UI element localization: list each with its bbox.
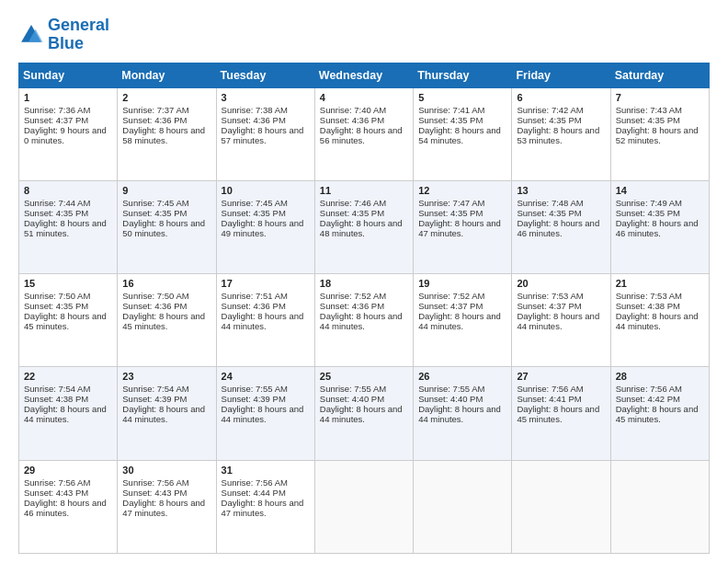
- day-number: 29: [24, 465, 112, 476]
- sunrise-label: Sunrise: 7:45 AM: [122, 198, 188, 208]
- daylight-label: Daylight: 8 hours and 44 minutes.: [122, 404, 205, 424]
- sunrise-label: Sunrise: 7:56 AM: [24, 477, 90, 488]
- calendar-body: 1 Sunrise: 7:36 AM Sunset: 4:37 PM Dayli…: [19, 87, 710, 553]
- sunset-label: Sunset: 4:35 PM: [222, 208, 286, 218]
- daylight-label: Daylight: 8 hours and 47 minutes.: [222, 498, 304, 518]
- calendar-cell: 19 Sunrise: 7:52 AM Sunset: 4:37 PM Dayl…: [414, 274, 512, 367]
- sunrise-label: Sunrise: 7:42 AM: [517, 105, 583, 115]
- sunset-label: Sunset: 4:35 PM: [418, 208, 483, 218]
- sunrise-label: Sunrise: 7:38 AM: [222, 105, 288, 115]
- day-number: 31: [222, 465, 310, 476]
- calendar-cell: 14 Sunrise: 7:49 AM Sunset: 4:35 PM Dayl…: [610, 180, 709, 273]
- sunrise-label: Sunrise: 7:51 AM: [222, 291, 288, 301]
- calendar-week-4: 22 Sunrise: 7:54 AM Sunset: 4:38 PM Dayl…: [19, 367, 710, 460]
- calendar-cell: 18 Sunrise: 7:52 AM Sunset: 4:36 PM Dayl…: [314, 274, 413, 367]
- page: General Blue Sunday Monday Tuesday Wedne…: [0, 0, 728, 563]
- daylight-label: Daylight: 8 hours and 46 minutes.: [24, 498, 107, 518]
- calendar-cell: 21 Sunrise: 7:53 AM Sunset: 4:38 PM Dayl…: [610, 274, 709, 367]
- sunset-label: Sunset: 4:40 PM: [418, 394, 483, 404]
- daylight-label: Daylight: 8 hours and 57 minutes.: [222, 125, 304, 145]
- day-number: 15: [24, 278, 112, 289]
- logo: General Blue: [18, 17, 109, 53]
- daylight-label: Daylight: 8 hours and 44 minutes.: [517, 311, 599, 331]
- col-wednesday: Wednesday: [314, 63, 413, 87]
- day-number: 5: [418, 92, 506, 103]
- sunrise-label: Sunrise: 7:54 AM: [122, 384, 188, 394]
- day-number: 1: [24, 92, 112, 103]
- sunset-label: Sunset: 4:35 PM: [418, 115, 483, 125]
- daylight-label: Daylight: 8 hours and 44 minutes.: [320, 404, 403, 424]
- calendar-cell: 29 Sunrise: 7:56 AM Sunset: 4:43 PM Dayl…: [19, 460, 118, 553]
- calendar-table: Sunday Monday Tuesday Wednesday Thursday…: [18, 63, 710, 554]
- sunset-label: Sunset: 4:35 PM: [320, 208, 384, 218]
- sunset-label: Sunset: 4:42 PM: [616, 394, 680, 404]
- daylight-label: Daylight: 8 hours and 44 minutes.: [222, 311, 304, 331]
- calendar-cell: 2 Sunrise: 7:37 AM Sunset: 4:36 PM Dayli…: [118, 87, 216, 180]
- sunrise-label: Sunrise: 7:55 AM: [418, 384, 484, 394]
- calendar-cell: 15 Sunrise: 7:50 AM Sunset: 4:35 PM Dayl…: [19, 274, 118, 367]
- daylight-label: Daylight: 8 hours and 44 minutes.: [222, 404, 304, 424]
- day-number: 25: [320, 371, 408, 382]
- daylight-label: Daylight: 8 hours and 52 minutes.: [616, 125, 699, 145]
- day-number: 17: [222, 278, 310, 289]
- calendar-week-1: 1 Sunrise: 7:36 AM Sunset: 4:37 PM Dayli…: [19, 87, 710, 180]
- sunset-label: Sunset: 4:40 PM: [320, 394, 384, 404]
- sunset-label: Sunset: 4:39 PM: [222, 394, 286, 404]
- calendar-cell: 26 Sunrise: 7:55 AM Sunset: 4:40 PM Dayl…: [414, 367, 512, 460]
- daylight-label: Daylight: 9 hours and 0 minutes.: [24, 125, 107, 145]
- logo-icon: [18, 22, 44, 48]
- daylight-label: Daylight: 8 hours and 53 minutes.: [517, 125, 599, 145]
- day-number: 4: [320, 92, 408, 103]
- sunset-label: Sunset: 4:41 PM: [517, 394, 581, 404]
- sunrise-label: Sunrise: 7:53 AM: [616, 291, 682, 301]
- sunset-label: Sunset: 4:38 PM: [616, 301, 680, 311]
- calendar-cell: 11 Sunrise: 7:46 AM Sunset: 4:35 PM Dayl…: [314, 180, 413, 273]
- sunrise-label: Sunrise: 7:37 AM: [122, 105, 188, 115]
- calendar-cell: 9 Sunrise: 7:45 AM Sunset: 4:35 PM Dayli…: [118, 180, 216, 273]
- sunset-label: Sunset: 4:35 PM: [517, 208, 581, 218]
- calendar-cell: 24 Sunrise: 7:55 AM Sunset: 4:39 PM Dayl…: [216, 367, 314, 460]
- sunset-label: Sunset: 4:35 PM: [616, 208, 680, 218]
- calendar-cell: [610, 460, 709, 553]
- daylight-label: Daylight: 8 hours and 45 minutes.: [517, 404, 599, 424]
- day-number: 21: [616, 278, 704, 289]
- day-number: 12: [418, 185, 506, 196]
- sunrise-label: Sunrise: 7:47 AM: [418, 198, 484, 208]
- calendar-cell: 3 Sunrise: 7:38 AM Sunset: 4:36 PM Dayli…: [216, 87, 314, 180]
- day-number: 28: [616, 371, 704, 382]
- calendar-cell: 16 Sunrise: 7:50 AM Sunset: 4:36 PM Dayl…: [118, 274, 216, 367]
- day-number: 30: [122, 465, 210, 476]
- calendar-week-3: 15 Sunrise: 7:50 AM Sunset: 4:35 PM Dayl…: [19, 274, 710, 367]
- daylight-label: Daylight: 8 hours and 51 minutes.: [24, 218, 107, 238]
- sunset-label: Sunset: 4:35 PM: [122, 208, 187, 218]
- daylight-label: Daylight: 8 hours and 44 minutes.: [616, 311, 699, 331]
- day-number: 2: [122, 92, 210, 103]
- sunset-label: Sunset: 4:35 PM: [24, 208, 88, 218]
- daylight-label: Daylight: 8 hours and 58 minutes.: [122, 125, 205, 145]
- sunrise-label: Sunrise: 7:56 AM: [222, 477, 288, 488]
- sunrise-label: Sunrise: 7:49 AM: [616, 198, 682, 208]
- day-number: 22: [24, 371, 112, 382]
- daylight-label: Daylight: 8 hours and 45 minutes.: [24, 311, 107, 331]
- sunrise-label: Sunrise: 7:40 AM: [320, 105, 386, 115]
- day-number: 23: [122, 371, 210, 382]
- sunset-label: Sunset: 4:35 PM: [517, 115, 581, 125]
- day-number: 6: [517, 92, 605, 103]
- sunrise-label: Sunrise: 7:41 AM: [418, 105, 484, 115]
- sunrise-label: Sunrise: 7:50 AM: [24, 291, 90, 301]
- day-number: 24: [222, 371, 310, 382]
- day-number: 14: [616, 185, 704, 196]
- sunrise-label: Sunrise: 7:50 AM: [122, 291, 188, 301]
- daylight-label: Daylight: 8 hours and 44 minutes.: [24, 404, 107, 424]
- day-number: 26: [418, 371, 506, 382]
- sunrise-label: Sunrise: 7:54 AM: [24, 384, 90, 394]
- col-thursday: Thursday: [414, 63, 512, 87]
- sunset-label: Sunset: 4:37 PM: [418, 301, 483, 311]
- sunset-label: Sunset: 4:35 PM: [24, 301, 88, 311]
- sunrise-label: Sunrise: 7:55 AM: [320, 384, 386, 394]
- calendar-cell: 28 Sunrise: 7:56 AM Sunset: 4:42 PM Dayl…: [610, 367, 709, 460]
- calendar-cell: 13 Sunrise: 7:48 AM Sunset: 4:35 PM Dayl…: [512, 180, 610, 273]
- calendar-cell: 6 Sunrise: 7:42 AM Sunset: 4:35 PM Dayli…: [512, 87, 610, 180]
- daylight-label: Daylight: 8 hours and 49 minutes.: [222, 218, 304, 238]
- calendar-week-5: 29 Sunrise: 7:56 AM Sunset: 4:43 PM Dayl…: [19, 460, 710, 553]
